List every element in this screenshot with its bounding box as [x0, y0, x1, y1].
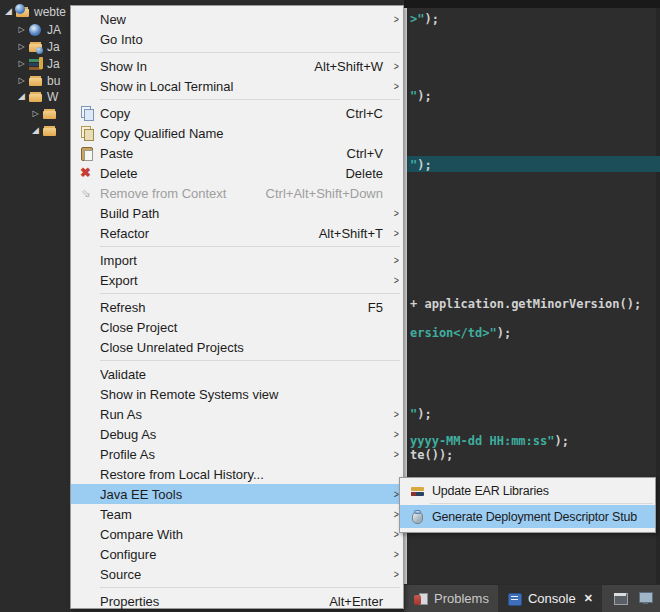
menu-item-build-path[interactable]: Build Path> [71, 203, 403, 223]
menu-item-import[interactable]: Import> [71, 250, 403, 270]
tree-expander-icon[interactable]: ◢ [15, 88, 28, 105]
tab-console[interactable]: Console✕ [498, 585, 602, 612]
submenu-item-update-ear-libraries[interactable]: Update EAR Libraries [400, 479, 655, 502]
paste-glyph [79, 145, 95, 161]
tree-expander-icon[interactable]: ◢ [2, 3, 15, 20]
tree-expander-icon[interactable]: ▷ [15, 72, 28, 89]
tab-problems[interactable]: Problems [404, 585, 498, 612]
menu-item-refresh[interactable]: RefreshF5 [71, 297, 403, 317]
menu-item-show-in-local-terminal[interactable]: Show in Local Terminal> [71, 76, 403, 96]
tab-label: Console [528, 591, 576, 606]
menu-item-label: Run As [100, 407, 388, 422]
menu-item-label: Copy [100, 106, 346, 121]
tree-item-label: W [47, 90, 58, 104]
menu-separator [100, 587, 400, 588]
tree-expander-icon[interactable]: ▷ [15, 38, 28, 55]
menu-separator [100, 360, 400, 361]
code-text: ); [424, 12, 438, 26]
tree-expander-icon[interactable]: ▷ [15, 21, 28, 38]
menu-item-label: Go Into [100, 32, 388, 47]
paste-icon [74, 145, 100, 161]
view-tab-bar: ProblemsConsole✕ [404, 584, 660, 612]
submenu-arrow-icon: > [389, 448, 399, 460]
menu-item-properties[interactable]: PropertiesAlt+Enter [71, 591, 403, 611]
menu-item-label: Java EE Tools [100, 487, 388, 502]
open-console-icon[interactable] [638, 590, 654, 606]
submenu-arrow-icon: > [389, 60, 399, 72]
menu-item-source[interactable]: Source> [71, 564, 403, 584]
menu-item-copy-qualified-name[interactable]: Copy Qualified Name [71, 123, 403, 143]
view-toolbar [613, 590, 654, 606]
js-res-icon [28, 56, 44, 72]
java-res-icon [28, 39, 44, 55]
submenu-arrow-icon: > [389, 274, 399, 286]
menu-item-label: Update EAR Libraries [432, 484, 651, 498]
menu-item-label: Restore from Local History... [100, 467, 388, 482]
generate-dd-glyph [410, 509, 426, 525]
folder-icon [42, 123, 58, 139]
menu-item-label: Compare With [100, 527, 388, 542]
menu-item-label: Show in Local Terminal [100, 79, 388, 94]
menu-item-export[interactable]: Export> [71, 270, 403, 290]
menu-item-label: Copy Qualified Name [100, 126, 388, 141]
folder-icon [42, 106, 58, 122]
remove-context-glyph [79, 185, 95, 201]
code-text: ); [417, 158, 431, 172]
submenu-item-generate-deployment-descriptor-stub[interactable]: Generate Deployment Descriptor Stub [400, 505, 655, 528]
menu-item-go-into[interactable]: Go Into [71, 29, 403, 49]
menu-item-label: Profile As [100, 447, 388, 462]
menu-item-shortcut: Ctrl+Alt+Shift+Down [266, 186, 383, 201]
web-project-icon [15, 4, 31, 20]
menu-item-close-project[interactable]: Close Project [71, 317, 403, 337]
tree-expander-icon[interactable]: ▷ [15, 55, 28, 72]
code-text: ersion</td>" [410, 326, 497, 340]
menu-item-debug-as[interactable]: Debug As> [71, 424, 403, 444]
menu-item-shortcut: Alt+Enter [329, 594, 383, 609]
menu-separator [100, 52, 400, 53]
update-ear-glyph [410, 483, 426, 499]
menu-item-configure[interactable]: Configure> [71, 544, 403, 564]
code-text: ); [417, 407, 431, 421]
menu-item-validate[interactable]: Validate [71, 364, 403, 384]
delete-glyph [79, 165, 95, 181]
menu-item-java-ee-tools[interactable]: Java EE Tools> [71, 484, 403, 504]
menu-item-close-unrelated-projects[interactable]: Close Unrelated Projects [71, 337, 403, 357]
menu-item-label: Import [100, 253, 388, 268]
tree-expander-icon[interactable]: ▷ [29, 105, 42, 122]
tree-item-label: webte [34, 5, 66, 19]
menu-item-new[interactable]: New> [71, 9, 403, 29]
close-icon[interactable]: ✕ [584, 592, 593, 605]
code-text: yyyy-MM-dd HH:mm:ss" [410, 434, 555, 448]
submenu-arrow-icon: > [389, 428, 399, 440]
menu-item-label: Show In [100, 59, 314, 74]
submenu-arrow-icon: > [389, 508, 399, 520]
editor-scrollbar[interactable] [656, 8, 660, 584]
menu-item-run-as[interactable]: Run As> [71, 404, 403, 424]
copy-qualified-glyph [79, 125, 95, 141]
menu-item-label: New [100, 12, 388, 27]
menu-item-compare-with[interactable]: Compare With> [71, 524, 403, 544]
menu-item-copy[interactable]: CopyCtrl+C [71, 103, 403, 123]
code-text: + application.getMinorVersion(); [410, 297, 641, 311]
submenu-arrow-icon: > [389, 408, 399, 420]
jaxws-icon [28, 22, 44, 38]
console-icon [507, 591, 523, 607]
menu-item-remove-from-context[interactable]: Remove from ContextCtrl+Alt+Shift+Down [71, 183, 403, 203]
tree-expander-icon[interactable]: ◢ [29, 122, 42, 139]
menu-item-label: Validate [100, 367, 388, 382]
restore-view-icon[interactable] [613, 590, 629, 606]
menu-item-profile-as[interactable]: Profile As> [71, 444, 403, 464]
menu-item-show-in[interactable]: Show InAlt+Shift+W> [71, 56, 403, 76]
menu-item-refactor[interactable]: RefactorAlt+Shift+T> [71, 223, 403, 243]
copy-icon [74, 105, 100, 121]
menu-item-team[interactable]: Team> [71, 504, 403, 524]
menu-item-restore-from-local-history[interactable]: Restore from Local History... [71, 464, 403, 484]
menu-item-shortcut: Alt+Shift+T [319, 226, 383, 241]
submenu-arrow-icon: > [389, 528, 399, 540]
code-text: ); [555, 434, 569, 448]
menu-item-paste[interactable]: PasteCtrl+V [71, 143, 403, 163]
menu-item-show-in-remote-systems-view[interactable]: Show in Remote Systems view [71, 384, 403, 404]
code-text: ); [497, 326, 511, 340]
menu-item-delete[interactable]: DeleteDelete [71, 163, 403, 183]
code-line: + application.getMinorVersion(); [410, 297, 641, 311]
